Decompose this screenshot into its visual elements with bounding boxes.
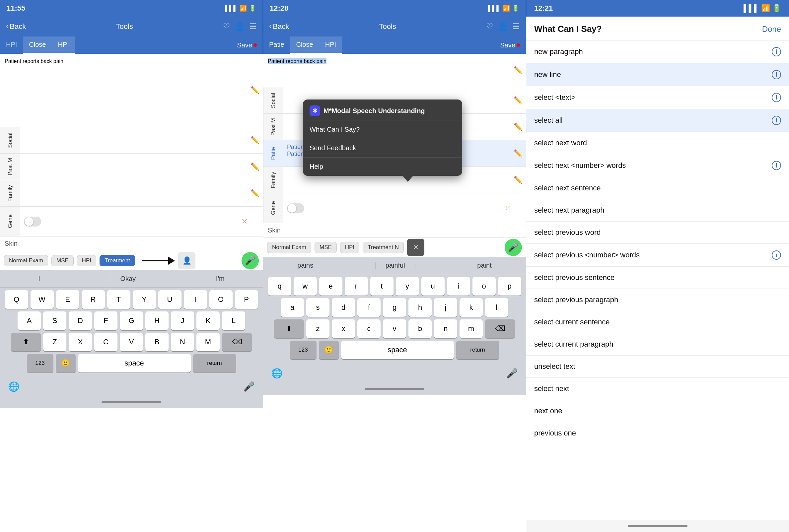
treatment-btn-1[interactable]: Treatment [99,255,135,266]
key-o[interactable]: O [209,290,232,309]
key-x-2[interactable]: x [332,319,355,338]
mse-btn-1[interactable]: MSE [52,255,74,266]
menu-icon-2[interactable]: ☰ [513,22,520,31]
key-l-2[interactable]: l [485,298,508,317]
popup-item-help[interactable]: Help [303,157,462,176]
info-icon-select-next-number-words[interactable]: i [772,161,781,170]
list-item-select-current-paragraph[interactable]: select current paragraph [526,333,789,356]
key-h-2[interactable]: h [409,298,432,317]
person-icon[interactable]: 👤 [235,22,245,31]
info-icon-new-paragraph[interactable]: i [772,47,781,56]
list-item-select-previous-paragraph[interactable]: select previous paragraph [526,289,789,311]
list-item-select-current-sentence[interactable]: select current sentence [526,311,789,333]
list-item-next-one[interactable]: next one [526,400,789,422]
list-item-select-text[interactable]: select <text> i [526,86,789,109]
key-delete[interactable]: ⌫ [222,332,252,351]
key-n-2[interactable]: n [434,319,457,338]
social-edit-icon-1[interactable]: ✏️ [250,136,260,145]
key-g[interactable]: G [120,311,143,330]
tab-hpi-1[interactable]: HPI [52,37,75,54]
tab-patie-2[interactable]: Patie [263,37,290,54]
globe-icon-2[interactable]: 🌐 [271,368,283,379]
key-l[interactable]: L [222,311,245,330]
list-item-select-all[interactable]: select all i [526,109,789,132]
list-item-select-previous-word[interactable]: select previous word [526,222,789,244]
mic-icon-1[interactable]: 🎤 [243,381,255,392]
key-k-2[interactable]: k [459,298,483,317]
key-d[interactable]: D [69,311,92,330]
key-d-2[interactable]: d [332,298,355,317]
pred-1-2[interactable]: pains [290,262,320,269]
mic-icon-2[interactable]: 🎤 [506,368,518,379]
key-b-2[interactable]: b [409,319,432,338]
key-q[interactable]: Q [5,290,28,309]
pred-1-1[interactable]: I [32,275,47,283]
key-r[interactable]: R [82,290,105,309]
pred-2-2[interactable]: painful [375,262,415,269]
key-i-2[interactable]: i [447,277,470,296]
pred-3-1[interactable]: I'm [209,275,231,283]
globe-icon-1[interactable]: 🌐 [8,381,20,392]
family-edit-icon-1[interactable]: ✏️ [250,189,260,198]
key-b[interactable]: B [145,332,169,351]
key-p-2[interactable]: p [498,277,521,296]
list-item-select-next-paragraph[interactable]: select next paragraph [526,200,789,222]
key-v[interactable]: V [120,332,143,351]
key-z[interactable]: Z [43,332,67,351]
info-icon-new-line[interactable]: i [772,70,781,79]
key-j[interactable]: J [171,311,194,330]
key-w[interactable]: W [31,290,54,309]
key-h[interactable]: H [145,311,169,330]
key-emoji-2[interactable]: 🙂 [319,341,339,359]
key-c-2[interactable]: c [357,319,380,338]
list-item-previous-one[interactable]: previous one [526,422,789,444]
list-item-select-next-sentence[interactable]: select next sentence [526,177,789,200]
back-button-2[interactable]: ‹ Back [269,22,289,31]
tab-save-1[interactable]: Save [231,37,263,54]
key-u-2[interactable]: u [421,277,445,296]
tab-close-1[interactable]: Close [23,37,52,54]
menu-icon[interactable]: ☰ [249,22,257,31]
key-e-2[interactable]: e [319,277,342,296]
heart-icon-2[interactable]: ♡ [486,22,493,31]
info-icon-select-text[interactable]: i [772,93,781,102]
patie2-edit-icon-2[interactable]: ✏️ [513,149,523,158]
list-item-select-previous-number-words[interactable]: select previous <number> words i [526,244,789,267]
list-item-select-next-word[interactable]: select next word [526,132,789,154]
normal-exam-btn-2[interactable]: Normal Exam [267,242,311,253]
key-return-2[interactable]: return [456,341,499,359]
key-z-2[interactable]: z [306,319,330,338]
social-edit-icon-2[interactable]: ✏️ [513,96,523,105]
pastm-edit-icon-1[interactable]: ✏️ [250,163,260,171]
key-v-2[interactable]: v [383,319,406,338]
key-r-2[interactable]: r [345,277,368,296]
tab-save-2[interactable]: Save [494,37,526,54]
edit-icon-1[interactable]: ✏️ [250,86,260,95]
done-button[interactable]: Done [762,24,781,34]
key-m[interactable]: M [196,332,220,351]
treatment-btn-2[interactable]: Treatment N [363,242,404,253]
key-t[interactable]: T [107,290,130,309]
key-123[interactable]: 123 [27,354,53,373]
key-e[interactable]: E [56,290,79,309]
hpi-btn-2[interactable]: HPI [340,242,359,253]
tab-hpi-2[interactable]: HPI [319,37,342,54]
pastm-edit-icon-2[interactable]: ✏️ [513,123,523,131]
key-c[interactable]: C [94,332,117,351]
key-a[interactable]: A [18,311,41,330]
key-f[interactable]: F [94,311,117,330]
family-edit-icon-2[interactable]: ✏️ [513,176,523,185]
key-w-2[interactable]: w [294,277,317,296]
key-f-2[interactable]: f [357,298,380,317]
info-icon-select-all[interactable]: i [772,116,781,125]
key-123-2[interactable]: 123 [290,341,317,359]
key-t-2[interactable]: t [370,277,394,296]
key-space-2[interactable]: space [341,341,454,359]
person-btn-2[interactable]: ✕ [407,239,424,256]
key-shift[interactable]: ⬆ [11,332,41,351]
key-x[interactable]: X [69,332,92,351]
key-a-2[interactable]: a [281,298,304,317]
pred-3-2[interactable]: paint [470,262,498,269]
back-button-1[interactable]: ‹ Back [6,22,26,31]
pred-2-1[interactable]: Okay [110,275,146,283]
